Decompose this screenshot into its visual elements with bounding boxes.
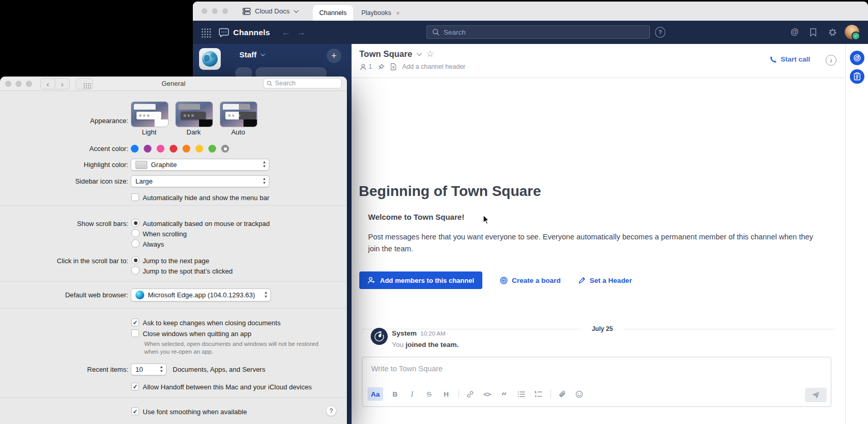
link-button[interactable] (462, 387, 478, 401)
bold-button[interactable]: B (387, 387, 403, 401)
system-message: You joined the team. (392, 341, 459, 349)
team-menu[interactable]: Staff (239, 50, 264, 59)
globe-icon (202, 51, 218, 67)
heading-button[interactable]: H (438, 387, 454, 401)
appearance-light-label: Light (130, 128, 168, 136)
playbooks-app-button[interactable] (850, 69, 864, 84)
jump-to-spot-radio[interactable] (131, 266, 140, 275)
start-call-button[interactable]: Start call (770, 55, 810, 63)
boards-app-button[interactable] (850, 51, 864, 65)
dropdown-stepper-icon: ▲▼ (263, 160, 266, 169)
accent-red-swatch[interactable] (170, 145, 177, 153)
code-button[interactable]: <> (479, 387, 495, 401)
server-selector[interactable]: Cloud Docs (242, 2, 297, 21)
recent-mentions-button[interactable]: @ (789, 27, 800, 37)
accent-orange-swatch[interactable] (182, 145, 190, 153)
add-channel-header-button[interactable]: Add a channel header (402, 63, 465, 70)
mattermost-logo-icon (374, 331, 385, 342)
ask-to-keep-checkbox-checked[interactable]: ✓ (131, 319, 139, 326)
channel-files-button[interactable] (390, 63, 397, 70)
channel-menu[interactable]: Town Square ☆ (359, 49, 434, 59)
recent-items-value: 10 (135, 366, 143, 373)
link-icon (466, 390, 474, 398)
handoff-checkbox-checked[interactable]: ✓ (131, 383, 139, 390)
light-thumb-toolbar (136, 112, 161, 119)
appearance-light-option[interactable] (131, 101, 169, 127)
traffic-light-zoom-button[interactable] (222, 8, 228, 14)
accent-blue-swatch[interactable] (131, 145, 139, 153)
system-preferences-window: ‹ › General Search Appearance: (0, 77, 347, 424)
favorite-star-icon[interactable]: ☆ (426, 49, 434, 59)
emoji-icon (575, 390, 583, 398)
tab-channels[interactable]: Channels (313, 5, 353, 21)
default-browser-dropdown[interactable]: Microsoft Edge.app (104.0.1293.63) ▲▼ (131, 289, 271, 301)
highlight-swatch (135, 161, 147, 169)
scrollbar-auto-radio-selected[interactable] (131, 219, 140, 227)
member-count: 1 (369, 63, 372, 70)
chevron-down-icon (294, 8, 299, 13)
quote-button[interactable]: “ (496, 385, 512, 403)
scrollbar-when-scrolling-radio[interactable] (131, 229, 140, 237)
highlight-value: Graphite (151, 161, 177, 169)
italic-button[interactable]: I (404, 387, 420, 401)
appearance-auto-option[interactable] (220, 101, 257, 127)
format-mode-button[interactable]: Aa (368, 387, 383, 401)
accent-green-swatch[interactable] (208, 145, 216, 153)
help-button[interactable]: ? (326, 405, 337, 416)
channel-info-button[interactable]: i (826, 55, 836, 66)
font-smoothing-checkbox-checked[interactable]: ✓ (131, 407, 139, 415)
section-divider (0, 397, 347, 398)
appearance-dark-option[interactable] (175, 101, 213, 127)
tab-playbooks[interactable]: Playbooks × (358, 5, 403, 21)
set-header-button[interactable]: Set a Header (578, 277, 632, 284)
traffic-light-close-button[interactable] (202, 8, 207, 14)
member-icon (360, 64, 367, 70)
numbered-list-icon (535, 391, 542, 398)
channel-intro-title: Beginning of Town Square (359, 183, 541, 200)
numbered-list-button[interactable] (530, 387, 546, 401)
close-tab-icon[interactable]: × (396, 9, 400, 17)
scrollbar-always-label: Always (143, 240, 164, 248)
menubar-checkbox-unchecked[interactable] (131, 193, 139, 201)
add-member-icon (368, 277, 375, 284)
global-search-input[interactable]: Search (427, 25, 650, 39)
saved-posts-button[interactable] (808, 27, 818, 37)
message-sender[interactable]: System (392, 329, 417, 337)
highlight-color-label: Highlight color: (84, 161, 128, 169)
history-forward-button[interactable]: → (297, 21, 306, 44)
add-channel-button[interactable]: + (327, 49, 341, 63)
accent-yellow-swatch[interactable] (195, 145, 203, 153)
user-avatar[interactable]: ✓ (845, 25, 859, 39)
pinned-posts-button[interactable] (378, 64, 385, 70)
prefs-search-input[interactable]: Search (263, 78, 342, 88)
accent-pink-swatch[interactable] (157, 145, 164, 153)
traffic-light-minimize-button[interactable] (212, 8, 218, 14)
help-button[interactable]: ? (655, 27, 665, 37)
attach-file-button[interactable] (554, 387, 570, 401)
close-windows-checkbox-unchecked[interactable] (131, 329, 139, 337)
settings-button[interactable] (827, 27, 837, 37)
handoff-label: Allow Handoff between this Mac and your … (143, 383, 312, 391)
jump-next-page-radio-selected[interactable] (131, 256, 140, 264)
bulleted-list-button[interactable] (513, 387, 529, 401)
add-members-button[interactable]: Add members to this channel (359, 271, 482, 289)
sidebar-icon-size-dropdown[interactable]: Large ▲▼ (131, 175, 269, 187)
history-back-button[interactable]: ← (282, 21, 291, 44)
accent-graphite-swatch-selected[interactable] (221, 145, 229, 153)
team-icon[interactable] (199, 48, 221, 70)
channel-name: Town Square (359, 49, 412, 59)
accent-color-label: Accent color: (89, 145, 128, 153)
accent-purple-swatch[interactable] (144, 145, 151, 153)
tab-playbooks-label: Playbooks (361, 9, 391, 17)
message-composer[interactable]: Write to Town Square Aa B I S H <> “ (362, 357, 831, 407)
emoji-button[interactable] (571, 387, 587, 401)
send-message-button[interactable] (805, 388, 827, 402)
show-scrollbars-label: Show scroll bars: (77, 220, 128, 228)
highlight-color-dropdown[interactable]: Graphite ▲▼ (131, 159, 269, 171)
scrollbar-always-radio[interactable] (131, 239, 140, 248)
product-switcher-icon[interactable] (202, 28, 203, 30)
create-board-button[interactable]: Create a board (500, 277, 561, 284)
members-button[interactable]: 1 (360, 63, 372, 70)
strikethrough-button[interactable]: S (421, 387, 437, 401)
recent-items-dropdown[interactable]: 10 ▲▼ (131, 364, 166, 375)
